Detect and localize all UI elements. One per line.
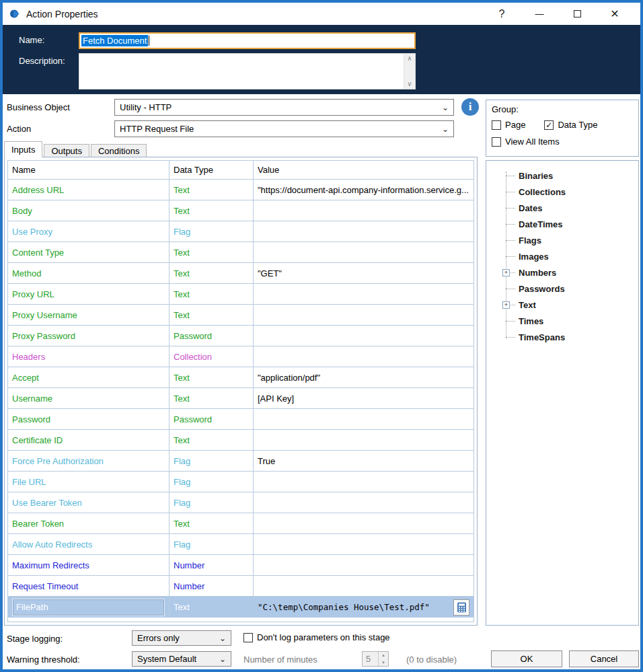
expand-plus-icon[interactable]: + — [502, 301, 510, 309]
column-header-name[interactable]: Name — [8, 161, 169, 179]
param-value[interactable] — [254, 242, 474, 262]
table-row[interactable]: BodyText — [8, 200, 474, 221]
minimize-button[interactable]: — — [521, 5, 558, 24]
param-value[interactable] — [254, 326, 474, 346]
checkbox-view-all-items[interactable]: View All Items — [492, 137, 560, 147]
param-value[interactable] — [254, 576, 474, 596]
checkbox-page[interactable]: Page — [492, 120, 525, 130]
checkbox-data-type[interactable]: ✓Data Type — [544, 120, 597, 130]
param-name[interactable]: Request Timeout — [8, 576, 169, 596]
name-input[interactable]: Fetch Document — [79, 32, 416, 49]
param-name[interactable]: Username — [8, 388, 169, 408]
column-header-value[interactable]: Value — [254, 161, 474, 179]
table-row[interactable]: Content TypeText — [8, 242, 474, 263]
param-value[interactable] — [254, 221, 474, 241]
param-value[interactable] — [254, 200, 474, 221]
table-row[interactable]: HeadersCollection — [8, 346, 474, 367]
param-value[interactable] — [254, 430, 474, 450]
param-name[interactable]: Certificate ID — [8, 430, 169, 450]
param-name[interactable]: Use Bearer Token — [8, 492, 169, 513]
param-value[interactable]: "C:\temp\Companies House\Test.pdf" — [254, 597, 474, 618]
param-name[interactable]: Body — [8, 200, 169, 221]
action-select[interactable]: HTTP Request File ⌄ — [114, 120, 454, 137]
tree-item-text[interactable]: +Text — [494, 297, 638, 313]
tab-conditions[interactable]: Conditions — [91, 144, 147, 157]
column-header-datatype[interactable]: Data Type — [169, 161, 254, 179]
expand-plus-icon[interactable]: + — [502, 269, 510, 276]
param-value[interactable] — [254, 284, 474, 304]
table-row[interactable]: Use ProxyFlag — [8, 221, 474, 242]
table-row[interactable]: Allow Auto RedirectsFlag — [8, 534, 474, 555]
close-button[interactable]: ✕ — [596, 5, 634, 24]
param-value[interactable]: "GET" — [254, 263, 474, 283]
help-button[interactable]: ? — [483, 5, 521, 24]
param-name[interactable]: Proxy URL — [8, 284, 169, 304]
spinner-up-icon[interactable]: ▴ — [379, 652, 388, 659]
param-value[interactable] — [254, 409, 474, 429]
description-input[interactable]: ∧ ∨ — [79, 53, 416, 89]
tree-item-passwords[interactable]: Passwords — [494, 281, 638, 297]
param-name[interactable]: Address URL — [8, 180, 169, 200]
param-value[interactable] — [254, 513, 474, 533]
checkbox-icon[interactable] — [492, 120, 501, 130]
param-name[interactable]: File URL — [8, 472, 169, 492]
table-row[interactable]: AcceptText"application/pdf" — [8, 367, 474, 388]
checkbox-icon[interactable]: ✓ — [544, 120, 554, 130]
param-value[interactable] — [254, 472, 474, 492]
table-row[interactable]: Request TimeoutNumber — [8, 576, 474, 597]
param-name[interactable]: Force Pre Authorization — [8, 451, 169, 471]
maximize-button[interactable] — [558, 5, 596, 24]
param-name[interactable]: Bearer Token — [8, 513, 169, 533]
param-value[interactable]: "https://document-api.company-informatio… — [254, 180, 474, 200]
table-row[interactable]: Certificate IDText — [8, 430, 474, 451]
table-row[interactable]: File URLFlag — [8, 472, 474, 492]
table-row[interactable]: Proxy URLText — [8, 284, 474, 305]
param-value[interactable] — [254, 346, 474, 367]
stage-logging-select[interactable]: Errors only ⌄ — [132, 630, 231, 646]
table-row[interactable]: MethodText"GET" — [8, 263, 474, 284]
expression-editor-icon[interactable] — [453, 599, 469, 615]
param-name[interactable]: Accept — [8, 367, 169, 387]
table-row[interactable]: Bearer TokenText — [8, 513, 474, 534]
business-object-select[interactable]: Utility - HTTP ⌄ — [114, 99, 454, 116]
warning-threshold-select[interactable]: System Default ⌄ — [132, 651, 231, 667]
table-row[interactable]: Proxy UsernameText — [8, 305, 474, 326]
tree-item-images[interactable]: Images — [494, 248, 638, 264]
tree-item-datetimes[interactable]: DateTimes — [494, 216, 638, 232]
tree-item-binaries[interactable]: Binaries — [494, 167, 638, 184]
param-value[interactable] — [254, 492, 474, 513]
checkbox-icon[interactable] — [492, 137, 501, 147]
table-row[interactable]: Use Bearer TokenFlag — [8, 492, 474, 513]
tree-item-times[interactable]: Times — [494, 313, 638, 329]
table-row[interactable]: Address URLText"https://document-api.com… — [8, 180, 474, 200]
param-value[interactable] — [254, 534, 474, 554]
param-name[interactable]: Method — [8, 263, 169, 283]
table-row[interactable]: UsernameText[API Key] — [8, 388, 474, 409]
tab-inputs[interactable]: Inputs — [4, 141, 42, 157]
filepath-name-box[interactable]: FilePath — [12, 599, 165, 616]
checkbox-dont-log-parameters[interactable]: Don't log parameters on this stage — [243, 632, 390, 642]
ok-button[interactable]: OK — [491, 650, 562, 667]
param-name[interactable]: Proxy Password — [8, 326, 169, 346]
param-value[interactable]: [API Key] — [254, 388, 474, 408]
param-name[interactable]: FilePath — [8, 597, 169, 618]
tab-outputs[interactable]: Outputs — [44, 144, 89, 157]
param-name[interactable]: Allow Auto Redirects — [8, 534, 169, 554]
scroll-up-icon[interactable]: ∧ — [407, 54, 412, 63]
tree-item-flags[interactable]: Flags — [494, 232, 638, 248]
param-value[interactable] — [254, 555, 474, 575]
description-scrollbar[interactable]: ∧ ∨ — [404, 54, 415, 89]
tree-item-timespans[interactable]: TimeSpans — [494, 329, 638, 345]
param-name[interactable]: Headers — [8, 346, 169, 367]
table-row[interactable]: FilePathText"C:\temp\Companies House\Tes… — [8, 597, 474, 618]
scroll-down-icon[interactable]: ∨ — [407, 79, 412, 89]
param-name[interactable]: Content Type — [8, 242, 169, 262]
tree-item-numbers[interactable]: +Numbers — [494, 264, 638, 281]
param-name[interactable]: Proxy Username — [8, 305, 169, 325]
spinner-down-icon[interactable]: ▾ — [379, 659, 388, 667]
param-value[interactable]: True — [254, 451, 474, 471]
param-name[interactable]: Password — [8, 409, 169, 429]
table-row[interactable]: Maximum RedirectsNumber — [8, 555, 474, 576]
param-value[interactable]: "application/pdf" — [254, 367, 474, 387]
table-row[interactable]: Force Pre AuthorizationFlagTrue — [8, 451, 474, 472]
